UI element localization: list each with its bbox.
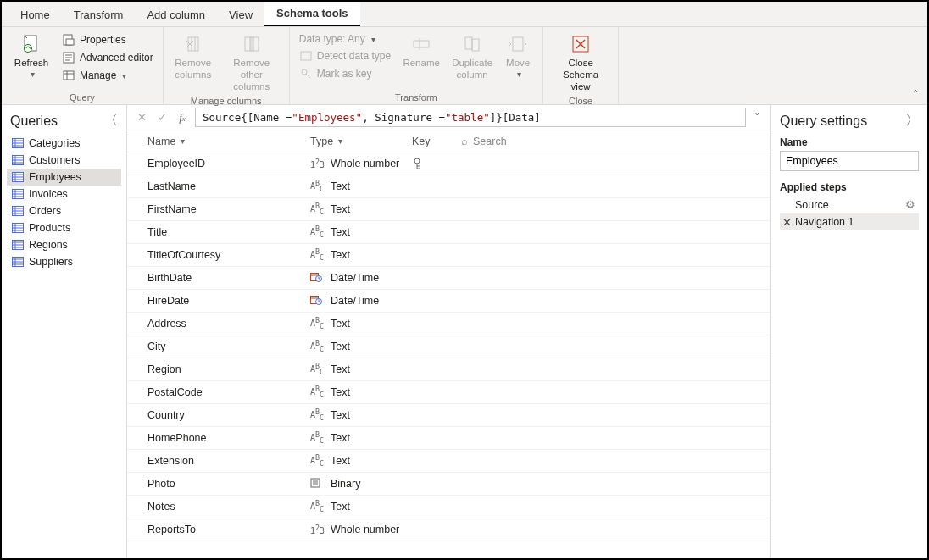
table-icon [12,240,24,250]
schema-field-type: ABCText [310,339,412,353]
schema-rows[interactable]: EmployeeID123Whole numberLastNameABCText… [127,152,770,558]
schema-row[interactable]: ReportsTo123Whole number [127,518,770,541]
advanced-editor-icon [62,51,75,64]
query-item-customers[interactable]: Customers [7,152,121,169]
tab-home[interactable]: Home [8,3,62,26]
move-icon [506,32,530,56]
svg-point-69 [414,158,420,164]
query-item-orders[interactable]: Orders [7,202,121,219]
schema-field-type: 123Whole number [310,524,412,535]
schema-row[interactable]: RegionABCText [127,358,770,381]
query-list: CategoriesCustomersEmployeesInvoicesOrde… [2,135,126,270]
gear-icon[interactable]: ⚙ [905,198,915,211]
query-item-categories[interactable]: Categories [7,135,121,152]
schema-row[interactable]: HomePhoneABCText [127,427,770,450]
properties-button[interactable]: Properties [59,32,156,47]
schema-field-name: Region [147,363,310,375]
step-label: Source [795,199,829,211]
column-header-name[interactable]: Name▾ [147,136,310,147]
schema-field-name: Photo [147,478,310,490]
schema-search[interactable]: ⌕ Search [461,136,770,147]
advanced-editor-button[interactable]: Advanced editor [59,50,156,65]
formula-input[interactable]: Source{[Name = "Employees", Signature = … [195,108,746,127]
schema-row[interactable]: HireDateDate/Time [127,290,770,313]
schema-row[interactable]: CountryABCText [127,404,770,427]
search-placeholder: Search [473,136,507,147]
query-name-input[interactable] [780,151,919,171]
queries-title: Queries [10,114,58,129]
query-item-label: Categories [29,137,80,149]
svg-rect-8 [64,71,74,80]
duplicate-column-button: Duplicate column [449,30,495,83]
datetime-type-icon [310,295,325,307]
schema-field-name: Extension [147,455,310,467]
datetime-type-icon [310,272,325,284]
schema-field-name: City [147,341,310,352]
schema-field-type: ABCText [310,499,412,513]
schema-field-type: ABCText [310,202,412,216]
delete-step-icon[interactable]: ✕ [782,216,792,229]
query-item-employees[interactable]: Employees [7,169,121,186]
schema-row[interactable]: TitleOfCourtesyABCText [127,244,770,267]
collapse-ribbon-button[interactable]: ˄ [913,88,919,101]
applied-step[interactable]: Source⚙ [780,196,919,213]
schema-field-type: ABCText [310,247,412,262]
schema-field-name: TitleOfCourtesy [147,249,310,261]
schema-field-type: ABCText [310,225,412,239]
fx-icon[interactable]: fx [175,111,190,125]
schema-row[interactable]: EmployeeID123Whole number [127,152,770,175]
svg-rect-23 [465,37,472,49]
schema-field-name: PostalCode [147,386,310,398]
move-label: Move [506,58,530,69]
query-item-suppliers[interactable]: Suppliers [7,253,121,270]
schema-field-name: HireDate [147,295,310,307]
table-icon [12,257,24,267]
svg-point-1 [25,45,32,53]
schema-pane: ✕ ✓ fx Source{[Name = "Employees", Signa… [127,105,771,558]
svg-rect-25 [513,37,523,51]
query-item-regions[interactable]: Regions [7,236,121,253]
column-header-type[interactable]: Type▾ [310,136,412,147]
remove-other-label: Remove other columns [223,58,281,92]
schema-row[interactable]: PhotoBinary [127,473,770,496]
commit-formula-icon[interactable]: ✓ [154,111,170,124]
tab-transform[interactable]: Transform [62,3,136,26]
query-item-label: Products [29,222,70,234]
query-item-products[interactable]: Products [7,219,121,236]
collapse-left-icon[interactable]: 〈 [104,112,118,130]
manage-button[interactable]: Manage ▾ [59,68,156,83]
query-item-invoices[interactable]: Invoices [7,186,121,202]
schema-row[interactable]: AddressABCText [127,313,770,335]
text-type-icon: ABC [310,499,325,513]
chevron-down-icon: ▾ [181,136,185,146]
expand-formula-icon[interactable]: ˅ [751,111,764,124]
schema-row[interactable]: NotesABCText [127,496,770,518]
ribbon-group-transform: Data type: Any ▾ Detect data type Mark a… [290,27,543,104]
cancel-formula-icon[interactable]: ✕ [134,111,149,124]
tab-view[interactable]: View [217,3,264,26]
query-item-label: Regions [29,239,68,251]
tab-add-column[interactable]: Add column [135,3,217,26]
schema-row[interactable]: CityABCText [127,335,770,358]
text-type-icon: ABC [310,225,325,239]
table-icon [12,206,24,216]
applied-steps-label: Applied steps [780,181,919,193]
rename-button: Rename [398,30,444,71]
schema-row[interactable]: PostalCodeABCText [127,381,770,404]
applied-step[interactable]: ✕Navigation 1 [780,213,919,230]
remove-other-columns-button: Remove other columns [221,30,282,94]
collapse-right-icon[interactable]: 〉 [905,112,919,130]
schema-row[interactable]: LastNameABCText [127,175,770,198]
schema-row[interactable]: TitleABCText [127,221,770,244]
text-type-icon: ABC [310,385,325,399]
manage-label: Manage [80,69,116,81]
schema-row[interactable]: ExtensionABCText [127,450,770,473]
schema-row[interactable]: BirthDateDate/Time [127,267,770,290]
schema-row[interactable]: FirstNameABCText [127,198,770,221]
refresh-button[interactable]: Refresh ▾ [8,30,54,81]
text-type-icon: ABC [310,179,325,193]
tab-schema-tools[interactable]: Schema tools [264,2,360,26]
text-type-icon: ABC [310,247,325,262]
binary-type-icon [310,478,325,490]
close-schema-view-button[interactable]: Close Schema view [550,30,611,94]
